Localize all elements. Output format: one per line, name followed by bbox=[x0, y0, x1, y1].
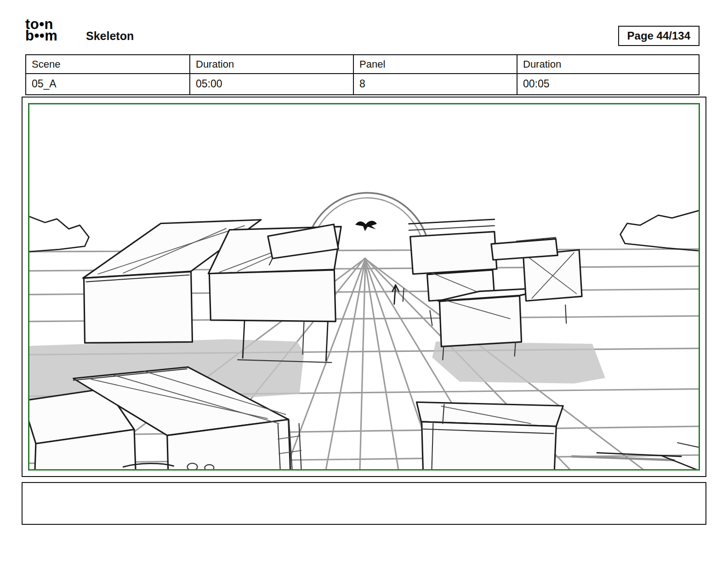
road-figure bbox=[392, 285, 404, 304]
info-label-scene-duration: Duration bbox=[190, 55, 354, 73]
info-value-row: 05_A 05:00 8 00:05 bbox=[26, 74, 699, 94]
storyboard-panel-frame bbox=[22, 97, 706, 477]
info-label-row: Scene Duration Panel Duration bbox=[26, 55, 699, 74]
header: to•nb••m Skeleton Page 44/134 bbox=[25, 17, 700, 51]
logo-line-2: b••m bbox=[25, 28, 57, 44]
info-value-panel-duration: 00:05 bbox=[518, 74, 699, 94]
info-label-panel-duration: Duration bbox=[518, 55, 699, 73]
info-value-scene: 05_A bbox=[26, 74, 190, 94]
info-label-panel: Panel bbox=[354, 55, 518, 73]
info-label-scene: Scene bbox=[26, 55, 190, 73]
storyboard-page: to•nb••m Skeleton Page 44/134 Scene Dura… bbox=[0, 0, 728, 563]
right-buildings bbox=[409, 219, 582, 360]
page-number-badge: Page 44/134 bbox=[618, 26, 700, 46]
info-value-scene-duration: 05:00 bbox=[190, 74, 354, 94]
caption-box bbox=[22, 482, 706, 525]
toonboom-logo: to•nb••m bbox=[25, 18, 57, 42]
panel-info-table: Scene Duration Panel Duration 05_A 05:00… bbox=[25, 54, 700, 95]
project-title: Skeleton bbox=[86, 29, 134, 43]
storyboard-sketch bbox=[29, 104, 699, 469]
info-value-panel: 8 bbox=[354, 74, 518, 94]
bird-icon bbox=[355, 221, 377, 231]
storyboard-panel-safe-frame bbox=[28, 103, 700, 471]
